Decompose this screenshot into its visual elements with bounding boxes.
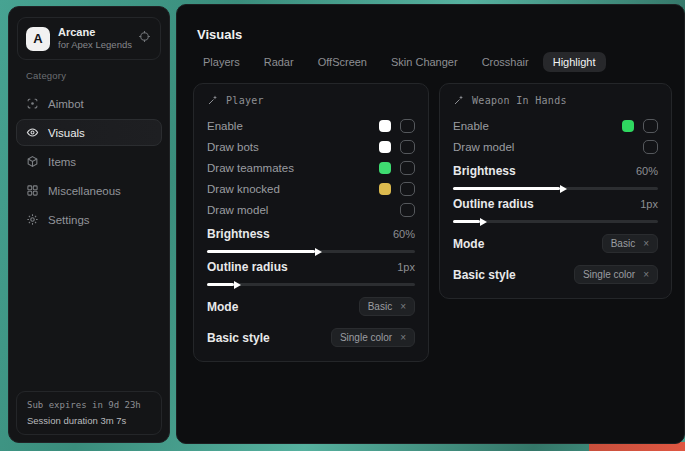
checkbox[interactable] — [400, 182, 415, 196]
toggle-label: Draw model — [453, 141, 643, 153]
tab-highlight[interactable]: Highlight — [543, 52, 606, 72]
slider-fill — [207, 250, 315, 253]
toggle-controls — [622, 119, 658, 133]
tab-radar[interactable]: Radar — [254, 52, 304, 72]
desktop-background: A Arcane for Apex Legends Category Aimbo… — [0, 0, 685, 451]
toggle-row-enable: Enable — [207, 115, 415, 136]
toggle-label: Enable — [453, 120, 622, 132]
tab-offscreen[interactable]: OffScreen — [308, 52, 377, 72]
slider-fill — [207, 283, 234, 286]
sidebar-item-label: Settings — [48, 214, 90, 226]
toggle-row-enable: Enable — [453, 115, 658, 136]
tag-row-label: Mode — [207, 300, 238, 314]
crosshair-icon[interactable] — [138, 30, 151, 43]
tag-row-label: Basic style — [207, 331, 270, 345]
panel-title: Player — [207, 94, 415, 106]
toggle-row-draw-model: Draw model — [453, 136, 658, 157]
tab-players[interactable]: Players — [193, 52, 250, 72]
items-icon — [26, 155, 39, 168]
color-swatch[interactable] — [379, 141, 391, 153]
tag-single-color[interactable]: Single color× — [331, 328, 415, 347]
slider-thumb[interactable] — [234, 281, 241, 289]
slider-outline-radius: Outline radius1px — [453, 197, 658, 223]
toggle-label: Enable — [207, 120, 379, 132]
aimbot-icon — [26, 97, 39, 110]
checkbox[interactable] — [400, 140, 415, 154]
sidebar-item-visuals[interactable]: Visuals — [16, 119, 162, 146]
remove-icon[interactable]: × — [400, 302, 406, 312]
sidebar: A Arcane for Apex Legends Category Aimbo… — [8, 6, 170, 443]
slider-track[interactable] — [207, 283, 415, 286]
sidebar-item-label: Visuals — [48, 127, 85, 139]
toggle-controls — [643, 140, 658, 154]
checkbox[interactable] — [400, 161, 415, 175]
sub-expires-text: Sub expires in 9d 23h — [27, 400, 151, 410]
sidebar-item-label: Miscellaneous — [48, 185, 121, 197]
toggle-controls — [379, 161, 415, 175]
tag-row-mode: ModeBasic× — [207, 296, 415, 317]
main-panel: Visuals PlayersRadarOffScreenSkin Change… — [176, 4, 685, 444]
tag-value: Single color — [340, 332, 392, 343]
sidebar-item-miscellaneous[interactable]: Miscellaneous — [16, 177, 162, 204]
slider-value: 60% — [636, 165, 658, 177]
remove-icon[interactable]: × — [643, 239, 649, 249]
tab-skin-changer[interactable]: Skin Changer — [381, 52, 468, 72]
tag-value: Single color — [583, 269, 635, 280]
slider-outline-radius: Outline radius1px — [207, 260, 415, 286]
visuals-icon — [26, 126, 39, 139]
toggle-row-draw-model: Draw model — [207, 199, 415, 220]
checkbox[interactable] — [643, 119, 658, 133]
slider-fill — [453, 220, 480, 223]
tag-row-basic-style: Basic styleSingle color× — [453, 264, 658, 285]
toggle-label: Draw model — [207, 204, 400, 216]
slider-thumb[interactable] — [480, 218, 487, 226]
app-header: A Arcane for Apex Legends — [17, 17, 161, 60]
slider-track[interactable] — [453, 187, 658, 190]
slider-label: Outline radius — [453, 197, 534, 211]
slider-label: Brightness — [453, 164, 516, 178]
color-swatch[interactable] — [379, 120, 391, 132]
color-swatch[interactable] — [622, 120, 634, 132]
sidebar-item-settings[interactable]: Settings — [16, 206, 162, 233]
wand-icon — [453, 94, 465, 106]
slider-value: 1px — [397, 261, 415, 273]
toggle-controls — [379, 182, 415, 196]
slider-thumb[interactable] — [315, 248, 322, 256]
slider-value: 1px — [640, 198, 658, 210]
toggle-label: Draw knocked — [207, 183, 379, 195]
toggle-label: Draw bots — [207, 141, 379, 153]
toggle-row-draw-bots: Draw bots — [207, 136, 415, 157]
checkbox[interactable] — [643, 140, 658, 154]
subscription-info: Sub expires in 9d 23h Session duration 3… — [16, 391, 162, 435]
tag-value: Basic — [368, 301, 392, 312]
wand-icon — [207, 94, 219, 106]
slider-label: Brightness — [207, 227, 270, 241]
slider-label: Outline radius — [207, 260, 288, 274]
session-duration-text: Session duration 3m 7s — [27, 415, 151, 426]
tag-single-color[interactable]: Single color× — [574, 265, 658, 284]
slider-track[interactable] — [207, 250, 415, 253]
panel-title: Weapon In Hands — [453, 94, 658, 106]
slider-value: 60% — [393, 228, 415, 240]
tab-bar: PlayersRadarOffScreenSkin ChangerCrossha… — [193, 52, 606, 72]
sidebar-item-label: Items — [48, 156, 76, 168]
toggle-row-draw-knocked: Draw knocked — [207, 178, 415, 199]
checkbox[interactable] — [400, 203, 415, 217]
slider-thumb[interactable] — [560, 185, 567, 193]
tag-basic[interactable]: Basic× — [359, 297, 415, 316]
toggle-controls — [379, 140, 415, 154]
tag-basic[interactable]: Basic× — [602, 234, 658, 253]
slider-brightness: Brightness60% — [207, 227, 415, 253]
sidebar-item-items[interactable]: Items — [16, 148, 162, 175]
slider-head: Brightness60% — [207, 227, 415, 241]
color-swatch[interactable] — [379, 183, 391, 195]
color-swatch[interactable] — [379, 162, 391, 174]
remove-icon[interactable]: × — [643, 270, 649, 280]
checkbox[interactable] — [400, 119, 415, 133]
sidebar-item-label: Aimbot — [48, 98, 84, 110]
sidebar-item-aimbot[interactable]: Aimbot — [16, 90, 162, 117]
tab-crosshair[interactable]: Crosshair — [472, 52, 539, 72]
slider-head: Brightness60% — [453, 164, 658, 178]
slider-track[interactable] — [453, 220, 658, 223]
remove-icon[interactable]: × — [400, 333, 406, 343]
